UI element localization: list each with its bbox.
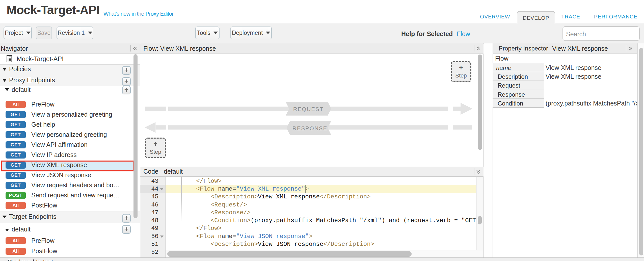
svg-text:REQUEST: REQUEST [293,106,324,112]
svg-text:RESPONSE: RESPONSE [292,125,327,132]
